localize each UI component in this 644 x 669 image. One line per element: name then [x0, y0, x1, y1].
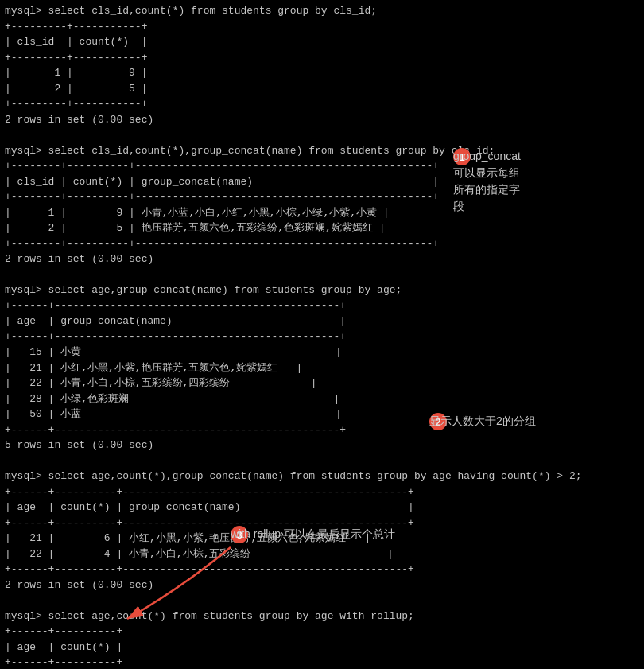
block1: mysql> select cls_id,count(*) from stude…	[5, 3, 639, 143]
sql-prompt-2: mysql> select cls_id,count(*),group_conc…	[5, 143, 639, 159]
block5: mysql> select age,count(*) from students…	[5, 609, 639, 670]
annotation-text-1: group_concat 可以显示每组所有的指定字段	[453, 148, 521, 215]
block2: mysql> select cls_id,count(*),group_conc…	[5, 143, 639, 283]
result-4: 2 rows in set (0.00 sec)	[5, 578, 639, 593]
block3: mysql> select age,group_concat(name) fro…	[5, 282, 639, 469]
result-1: 2 rows in set (0.00 sec)	[5, 112, 639, 128]
result-2: 2 rows in set (0.00 sec)	[5, 251, 639, 267]
result-3: 5 rows in set (0.00 sec)	[5, 438, 639, 453]
sql-prompt-5: mysql> select age,count(*) from students…	[5, 609, 639, 624]
sql-prompt-3: mysql> select age,group_concat(name) fro…	[5, 282, 639, 298]
annotation-text-2: 显示人数大于2的分组	[429, 414, 536, 429]
sql-prompt-1: mysql> select cls_id,count(*) from stude…	[5, 3, 639, 19]
terminal: mysql> select cls_id,count(*) from stude…	[0, 0, 644, 669]
annotation-text-3: with rollup 可以在最后显示个总计	[231, 527, 395, 542]
sql-prompt-4: mysql> select age,count(*),group_concat(…	[5, 469, 639, 484]
